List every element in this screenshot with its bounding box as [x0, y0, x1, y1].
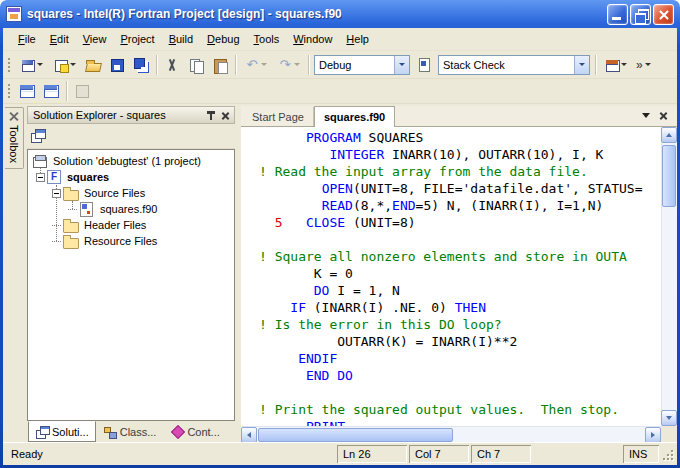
tree-item-source-files[interactable]: Source Files	[28, 185, 234, 201]
panel-tab-label: Soluti...	[52, 426, 89, 438]
toolbar-grip[interactable]	[7, 56, 11, 74]
tree-item-label: Solution 'debugtest' (1 project)	[51, 155, 203, 167]
grid-window-button-2[interactable]	[39, 80, 63, 102]
code-line: READ(8,*,END=5) N, (INARR(I), I=1,N)	[259, 197, 661, 214]
scissors-icon	[164, 57, 180, 73]
tree-item-squares[interactable]: Fsquares	[28, 169, 234, 185]
undo-button[interactable]: ↶	[239, 54, 272, 76]
document-tab-squares-f90[interactable]: squares.f90	[314, 106, 395, 127]
title-bar[interactable]: squares - Intel(R) Fortran Project [desi…	[3, 0, 677, 28]
cut-button[interactable]	[160, 54, 184, 76]
pin-icon[interactable]	[204, 109, 217, 122]
document-tabstrip: Start Pagesquares.f90	[241, 106, 677, 127]
menu-item-view[interactable]: View	[76, 30, 114, 48]
tree-item-resource-files[interactable]: Resource Files	[28, 233, 234, 249]
minimize-button[interactable]	[607, 4, 628, 25]
properties-windows-icon[interactable]	[29, 127, 47, 145]
restore-button[interactable]	[630, 4, 651, 25]
panel-tab-contents[interactable]: Cont...	[163, 421, 226, 442]
status-insert-mode: INS	[623, 445, 659, 463]
tree-item-header-files[interactable]: Header Files	[28, 217, 234, 233]
menu-item-help[interactable]: Help	[339, 30, 376, 48]
combo-dropdown-button[interactable]	[574, 56, 589, 74]
status-char-number: Ch 7	[471, 445, 531, 463]
save-button[interactable]	[105, 54, 129, 76]
disabled-tool-button[interactable]	[70, 80, 94, 102]
chevron-down-icon	[70, 63, 76, 66]
code-line: 5 CLOSE (UNIT=8)	[259, 214, 661, 231]
main-area: Toolbox Solution Explorer - squares Solu…	[3, 104, 677, 442]
menu-item-tools[interactable]: Tools	[247, 30, 287, 48]
status-line-number: Ln 26	[337, 445, 407, 463]
tree-connector	[72, 201, 73, 209]
tree-item-solution-debugtest-1-project[interactable]: Solution 'debugtest' (1 project)	[28, 153, 234, 169]
panel-tab-class-view[interactable]: Class...	[96, 421, 164, 442]
open-folder-icon	[85, 57, 101, 73]
tree-expander-icon[interactable]	[52, 189, 61, 198]
grid-window-button-1[interactable]	[15, 80, 39, 102]
menu-item-window[interactable]: Window	[286, 30, 339, 48]
class-view-icon	[103, 425, 117, 438]
resize-grip[interactable]	[661, 446, 675, 462]
solution-explorer-panel: Solution Explorer - squares Solution 'de…	[25, 104, 237, 442]
scroll-left-button[interactable]	[241, 427, 257, 442]
toolbox-tab[interactable]: Toolbox	[5, 107, 24, 169]
standard-toolbar: ↶ ↷ Debug Stack Check »	[3, 51, 677, 79]
solution-explorer-titlebar[interactable]: Solution Explorer - squares	[27, 106, 235, 124]
copy-button[interactable]	[184, 54, 208, 76]
combo-dropdown-button[interactable]	[394, 56, 409, 74]
code-line: OPEN(UNIT=8, FILE='datafile.dat', STATUS…	[259, 180, 661, 197]
contents-icon	[170, 425, 184, 438]
chevron-down-icon	[399, 63, 405, 66]
solution-tree[interactable]: Solution 'debugtest' (1 project)Fsquares…	[27, 149, 235, 421]
redo-icon: ↷	[277, 57, 293, 73]
new-project-button[interactable]	[15, 54, 48, 76]
paste-button[interactable]	[208, 54, 232, 76]
menu-item-project[interactable]: Project	[113, 30, 161, 48]
toolbar-grip[interactable]	[7, 82, 11, 100]
save-all-button[interactable]	[129, 54, 153, 76]
fortran-project-icon: F	[47, 170, 61, 184]
code-line: IF (INARR(I) .NE. 0) THEN	[259, 299, 661, 316]
resize-grip-dots	[662, 449, 675, 462]
tree-item-squares-f90[interactable]: squares.f90	[28, 201, 234, 217]
panel-tab-solution-explorer[interactable]: Soluti...	[28, 421, 96, 442]
close-button[interactable]	[653, 4, 674, 25]
grid-window-icon	[43, 83, 59, 99]
close-document-icon[interactable]	[657, 109, 670, 122]
application-icon[interactable]	[6, 6, 22, 22]
properties-window-button[interactable]	[599, 54, 632, 76]
toolbar-separator	[156, 55, 157, 75]
add-item-button[interactable]	[48, 54, 81, 76]
redo-button[interactable]: ↷	[272, 54, 305, 76]
toolbar-separator	[66, 81, 67, 101]
code-line: DO I = 1, N	[259, 282, 661, 299]
menu-item-file[interactable]: File	[11, 30, 43, 48]
open-file-button[interactable]	[81, 54, 105, 76]
solution-explorer-title: Solution Explorer - squares	[33, 109, 204, 121]
scroll-right-button[interactable]	[645, 427, 661, 442]
scroll-up-button[interactable]	[661, 127, 677, 143]
menu-item-edit[interactable]: Edit	[43, 30, 76, 48]
menu-item-build[interactable]: Build	[162, 30, 200, 48]
vertical-scroll-thumb[interactable]	[662, 145, 676, 207]
horizontal-scroll-thumb[interactable]	[258, 428, 453, 442]
document-tab-start-page[interactable]: Start Page	[243, 107, 314, 126]
application-window: squares - Intel(R) Fortran Project [desi…	[0, 0, 680, 468]
code-line: ! Read the input array from the data fil…	[259, 163, 661, 180]
close-panel-icon[interactable]	[219, 109, 232, 122]
stack-check-combo[interactable]: Stack Check	[438, 55, 590, 75]
document-list-dropdown-icon[interactable]	[642, 113, 650, 118]
code-line: PRINT	[259, 418, 661, 426]
code-editor[interactable]: PROGRAM SQUARES INTEGER INARR(10), OUTAR…	[241, 127, 661, 426]
editor-area: Start Pagesquares.f90 PROGRAM SQUARES IN…	[241, 104, 677, 442]
toolbar-overflow-chevron[interactable]: »	[632, 58, 655, 72]
tree-expander-icon[interactable]	[36, 173, 45, 182]
menu-item-debug[interactable]: Debug	[200, 30, 246, 48]
solution-config-combo[interactable]: Debug	[314, 55, 410, 75]
horizontal-scrollbar[interactable]	[241, 426, 661, 442]
tool-window-tabs: Soluti...Class...Cont...	[27, 421, 235, 442]
vertical-scrollbar[interactable]	[661, 127, 677, 426]
scroll-down-button[interactable]	[661, 410, 677, 426]
compile-options-button[interactable]	[412, 54, 436, 76]
